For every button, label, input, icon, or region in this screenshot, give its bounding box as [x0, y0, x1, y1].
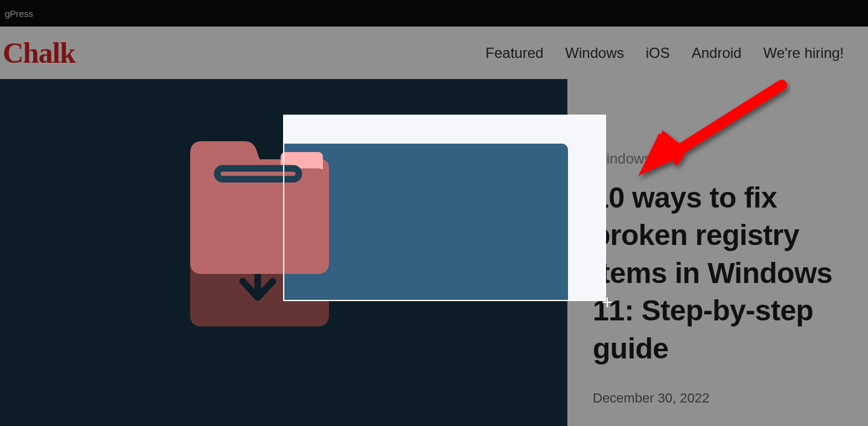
article-date: December 30, 2022 [593, 390, 868, 406]
article-category[interactable]: Windows [593, 150, 868, 167]
nav-featured[interactable]: Featured [485, 45, 543, 62]
featured-image[interactable] [0, 79, 567, 426]
nav-windows[interactable]: Windows [565, 45, 624, 62]
article-title[interactable]: 10 ways to fix broken registry items in … [593, 179, 868, 367]
browser-tab-title: gPress [5, 8, 33, 19]
site-logo[interactable]: ds Chalk [0, 36, 75, 69]
nav-hiring[interactable]: We're hiring! [763, 45, 844, 62]
nav-android[interactable]: Android [692, 45, 742, 62]
browser-tab-bar: gPress [0, 0, 868, 27]
site-header: ds Chalk Featured Windows iOS Android We… [0, 27, 868, 79]
folder-download-icon [187, 188, 329, 326]
page-container: ds Chalk Featured Windows iOS Android We… [0, 27, 868, 426]
nav-ios[interactable]: iOS [646, 45, 670, 62]
main-nav: Featured Windows iOS Android We're hirin… [485, 45, 844, 62]
article-sidebar: Windows 10 ways to fix broken registry i… [567, 79, 868, 426]
content-area: Windows 10 ways to fix broken registry i… [0, 79, 868, 426]
